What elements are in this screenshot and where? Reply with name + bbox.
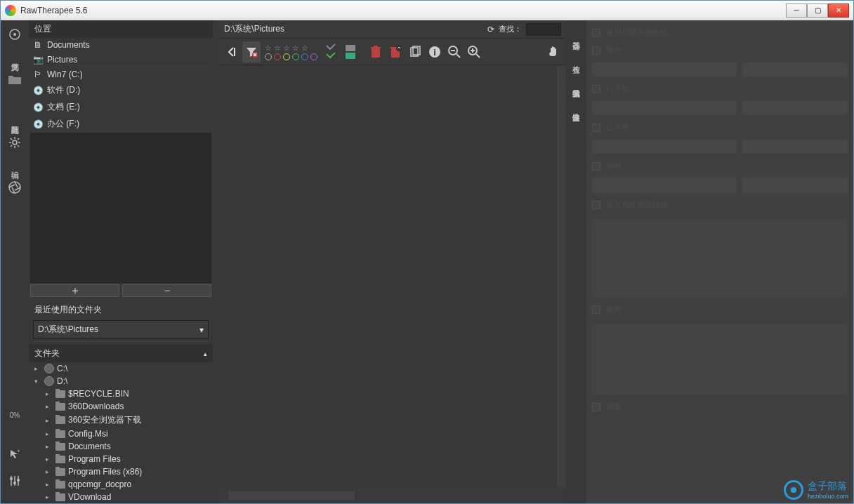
value-box[interactable]	[742, 140, 848, 154]
tree-subfolder[interactable]: ▸Config.Msi	[29, 427, 213, 440]
checkbox[interactable]	[592, 162, 600, 171]
sliders-icon[interactable]	[6, 472, 23, 489]
location-c-drive[interactable]: 🏳Win7 (C:)	[29, 67, 213, 82]
star-icon[interactable]: ☆	[265, 44, 272, 53]
location-documents[interactable]: 🗎Documents	[29, 38, 213, 53]
progress-percent: 0%	[10, 411, 20, 419]
minimize-button[interactable]: ─	[786, 4, 807, 18]
tree-subfolder[interactable]: ▸Program Files	[29, 453, 213, 465]
save-filter-icon[interactable]	[341, 41, 360, 62]
star-icon[interactable]: ☆	[301, 44, 308, 53]
tree-subfolder[interactable]: ▸Documents	[29, 440, 213, 453]
thumbnail-area[interactable]	[220, 65, 565, 488]
expand-arrow-icon[interactable]: ▸	[46, 481, 53, 488]
copy-icon[interactable]	[406, 41, 424, 62]
close-button[interactable]: ✕	[828, 4, 849, 18]
edited-filter-icon[interactable]	[322, 41, 340, 62]
color-label-icon[interactable]	[283, 53, 290, 60]
panel-toggle-button[interactable]	[223, 41, 241, 62]
expand-arrow-icon[interactable]: ▸	[46, 430, 53, 437]
tree-d-drive[interactable]: ▾D:\	[29, 375, 213, 387]
tree-subfolder[interactable]: ▸360Downloads	[29, 400, 213, 413]
refresh-icon[interactable]: ⟳	[487, 25, 494, 34]
value-box[interactable]	[742, 62, 848, 77]
rtab-export[interactable]: 快速导出	[569, 102, 584, 113]
star-icon[interactable]: ☆	[274, 44, 281, 53]
checkbox[interactable]	[592, 29, 600, 37]
search-input[interactable]	[526, 23, 561, 36]
aperture-icon[interactable]	[6, 179, 23, 196]
location-d-drive[interactable]: 💿软件 (D:)	[29, 82, 213, 99]
location-e-drive[interactable]: 💿文档 (E:)	[29, 99, 213, 116]
recent-folder-combo[interactable]: D:\系统\Pictures ▾	[33, 320, 209, 339]
color-label-icon[interactable]	[301, 53, 308, 60]
star-icon[interactable]: ☆	[283, 44, 290, 53]
tree-subfolder[interactable]: ▸$RECYCLE.BIN	[29, 387, 213, 400]
checkbox[interactable]	[592, 124, 600, 132]
color-label-icon[interactable]	[292, 53, 299, 60]
slider[interactable]	[592, 62, 737, 77]
folders-header[interactable]: 文件夹▴	[29, 345, 213, 362]
location-pictures[interactable]: 📷Pictures	[29, 53, 213, 67]
color-label-icon[interactable]	[274, 53, 281, 60]
checkbox[interactable]	[592, 305, 600, 314]
folder-icon	[55, 430, 65, 438]
color-label-icon[interactable]	[310, 53, 317, 60]
slider[interactable]	[592, 178, 737, 192]
checkbox[interactable]	[592, 201, 600, 209]
svg-point-18	[17, 479, 20, 482]
thumbnail-toolbar: ☆☆☆☆☆ i	[220, 39, 565, 65]
vbar-tab-queue[interactable]: 批处理队列	[10, 116, 20, 124]
rp-label-3: 白平衡	[606, 84, 629, 94]
tree-c-drive[interactable]: ▸C:\	[29, 362, 213, 375]
expand-arrow-icon[interactable]: ▸	[46, 468, 53, 475]
remove-location-button[interactable]: －	[122, 284, 211, 297]
hand-icon[interactable]	[544, 41, 563, 62]
splitter[interactable]	[213, 20, 220, 503]
checkbox[interactable]	[592, 85, 600, 93]
checkbox[interactable]	[592, 46, 600, 55]
tree-subfolder[interactable]: ▸qqpcmgr_docpro	[29, 478, 213, 491]
expand-arrow-icon[interactable]: ▸	[46, 417, 53, 424]
disk-icon: 💿	[33, 102, 43, 112]
vbar-tab-editor[interactable]: 编辑	[10, 161, 20, 169]
expand-arrow-icon[interactable]: ▸	[46, 443, 53, 450]
folder-icon[interactable]	[6, 71, 23, 88]
expand-arrow-icon[interactable]: ▸	[46, 403, 53, 410]
rtab-inspect[interactable]: 检查	[569, 54, 584, 65]
expand-arrow-icon[interactable]: ▸	[34, 365, 41, 372]
target-icon[interactable]	[6, 26, 23, 43]
app-window: RawTherapee 5.6 ─ ▢ ✕ 文件浏览 批处理队列 编辑 0% +	[0, 0, 854, 504]
checkbox[interactable]	[592, 403, 600, 411]
slider[interactable]	[592, 101, 737, 115]
trash-restore-icon[interactable]	[386, 41, 405, 62]
collapse-arrow-icon[interactable]: ▾	[34, 378, 41, 385]
star-icon[interactable]: ☆	[292, 44, 299, 53]
expand-arrow-icon[interactable]: ▸	[46, 390, 53, 397]
expand-arrow-icon[interactable]: ▸	[46, 456, 53, 463]
expand-arrow-icon[interactable]: ▸	[46, 493, 53, 500]
tree-subfolder[interactable]: ▸Program Files (x86)	[29, 465, 213, 478]
maximize-button[interactable]: ▢	[807, 4, 828, 18]
gear-icon[interactable]	[6, 134, 23, 151]
arrow-tool-icon[interactable]: +	[6, 446, 23, 463]
rtab-batch-edit[interactable]: 批量编辑	[569, 78, 584, 89]
rp-label-2: 曝光	[606, 45, 622, 55]
color-label-icon[interactable]	[265, 53, 272, 60]
tree-subfolder[interactable]: ▸360安全浏览器下载	[29, 413, 213, 427]
zoom-in-icon[interactable]	[465, 41, 483, 62]
location-f-drive[interactable]: 💿办公 (F:)	[29, 116, 213, 133]
horizontal-scrollbar[interactable]	[228, 491, 355, 500]
zoom-out-icon[interactable]	[445, 41, 464, 62]
add-location-button[interactable]: ＋	[30, 284, 119, 297]
vbar-tab-file[interactable]: 文件浏览	[10, 53, 20, 61]
info-icon[interactable]: i	[426, 41, 444, 62]
vertical-scrollbar[interactable]	[557, 65, 565, 488]
trash-icon[interactable]	[367, 41, 385, 62]
value-box[interactable]	[742, 178, 848, 192]
tree-subfolder[interactable]: ▸VDownload	[29, 491, 213, 503]
filter-clear-button[interactable]	[242, 41, 261, 62]
value-box[interactable]	[742, 101, 848, 115]
rtab-filter[interactable]: 筛选器	[569, 30, 584, 41]
slider[interactable]	[592, 140, 737, 154]
